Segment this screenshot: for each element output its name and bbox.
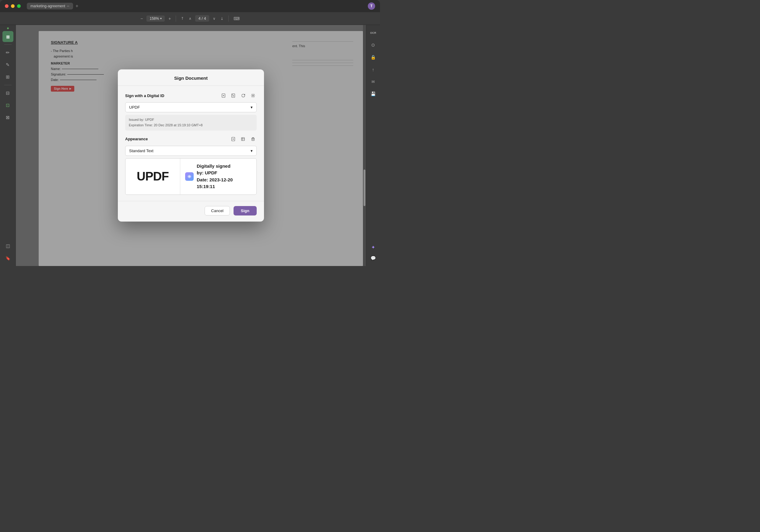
digital-id-info-box: Issued by: UPDF Expiration Time: 20 Dec …	[125, 115, 257, 130]
sidebar-item-layers[interactable]: ◫	[2, 241, 13, 251]
total-pages: 4	[204, 16, 206, 21]
right-sidebar-email[interactable]: ✉	[368, 76, 379, 87]
new-tab-button[interactable]: +	[75, 3, 78, 9]
sidebar-divider-1	[4, 44, 12, 45]
document-tab[interactable]: marketing-agreement ✏	[27, 3, 73, 10]
digital-id-dropdown[interactable]: UPDF ▾	[125, 102, 257, 112]
sidebar-item-forms[interactable]: ⊡	[2, 100, 13, 111]
appearance-section: Appearance	[125, 135, 257, 195]
svg-rect-14	[252, 138, 254, 141]
first-page-button[interactable]: ⤒	[180, 15, 185, 22]
sidebar-item-thumbnails[interactable]: ▦	[2, 31, 13, 42]
sidebar-item-fill[interactable]: ⊟	[2, 88, 13, 99]
tab-edit-icon: ✏	[67, 5, 70, 8]
left-sidebar: ▦ ✏ ✎ ⊞ ⊟ ⊡ ⊠ ◫ 🔖	[0, 25, 16, 266]
minimize-button[interactable]	[11, 4, 15, 8]
sidebar-bottom: ◫ 🔖	[2, 241, 13, 264]
digital-id-title: Sign with a Digital ID	[125, 93, 165, 98]
sidebar-divider-2	[4, 85, 12, 85]
tab-area: marketing-agreement ✏ +	[27, 3, 78, 10]
toolbar-divider-1	[176, 16, 176, 22]
sidebar-item-protect[interactable]: ⊠	[2, 112, 13, 123]
digital-id-add-button[interactable]	[220, 92, 227, 99]
comment-button[interactable]: ⌨	[232, 15, 241, 22]
main-layout: ▦ ✏ ✎ ⊞ ⊟ ⊡ ⊠ ◫ 🔖 SIGNATURE A - The Part…	[0, 25, 380, 266]
fullscreen-button[interactable]	[17, 4, 21, 8]
modal-overlay: Sign Document Sign with a Digital ID	[16, 25, 366, 266]
expiration-time: Expiration Time: 20 Dec 2028 at 15:19:10…	[129, 123, 253, 128]
current-page: 4	[198, 16, 200, 21]
prev-page-button[interactable]: ∧	[188, 15, 193, 22]
appearance-preview: UPDF Digitally signedby: UPDFDate: 2023-…	[125, 158, 257, 195]
sign-document-modal: Sign Document Sign with a Digital ID	[118, 69, 264, 221]
toolbar: − 158% ▾ + ⤒ ∧ 4 / 4 ∨ ⤓ ⌨	[0, 12, 380, 25]
toolbar-divider-2	[228, 16, 229, 22]
dropdown-arrow: ▾	[251, 105, 253, 110]
issued-by: Issued by: UPDF	[129, 117, 253, 123]
zoom-out-button[interactable]: −	[139, 15, 144, 22]
titlebar: marketing-agreement ✏ + T	[0, 0, 380, 12]
digital-id-icons	[220, 92, 257, 99]
digital-id-import-button[interactable]	[230, 92, 237, 99]
appearance-value: Standard Text	[129, 149, 154, 153]
svg-point-19	[188, 176, 190, 177]
avatar: T	[368, 2, 375, 10]
modal-title: Sign Document	[174, 75, 208, 81]
preview-right-panel: Digitally signedby: UPDFDate: 2023-12-20…	[180, 159, 257, 194]
cancel-button[interactable]: Cancel	[205, 206, 230, 215]
right-sidebar-save[interactable]: 💾	[368, 88, 379, 99]
close-button[interactable]	[5, 4, 9, 8]
next-page-button[interactable]: ∨	[212, 15, 217, 22]
svg-point-7	[253, 95, 254, 96]
modal-body: Sign with a Digital ID	[118, 86, 264, 200]
last-page-button[interactable]: ⤓	[219, 15, 225, 22]
zoom-level-display[interactable]: 158% ▾	[146, 16, 165, 22]
right-sidebar-chat[interactable]: 💬	[368, 253, 379, 264]
digital-id-refresh-button[interactable]	[240, 92, 247, 99]
appearance-title: Appearance	[125, 137, 148, 141]
appearance-arrow: ▾	[251, 149, 253, 153]
modal-header: Sign Document	[118, 69, 264, 86]
preview-signature-text: UPDF	[125, 158, 180, 195]
preview-updf-large: UPDF	[137, 169, 169, 183]
sidebar-item-edit[interactable]: ✎	[2, 59, 13, 70]
digital-id-settings-button[interactable]	[249, 92, 257, 99]
appearance-dropdown[interactable]: Standard Text ▾	[125, 146, 257, 156]
right-sidebar-extract[interactable]: ⊙	[368, 40, 379, 51]
appearance-section-header: Appearance	[125, 135, 257, 143]
modal-footer: Cancel Sign	[118, 201, 264, 222]
sign-button[interactable]: Sign	[234, 206, 257, 215]
digital-id-section-header: Sign with a Digital ID	[125, 92, 257, 99]
digital-id-value: UPDF	[129, 105, 140, 110]
document-area: SIGNATURE A - The Parties h agreement is…	[16, 25, 366, 266]
right-sidebar-ai[interactable]: ✦	[368, 242, 379, 253]
right-sidebar: OCR ⊙ 🔒 ↑ ✉ 💾 ✦ 💬	[366, 25, 380, 266]
svg-rect-11	[241, 138, 245, 141]
right-sidebar-export[interactable]: ↑	[368, 64, 379, 75]
preview-signed-text: Digitally signedby: UPDFDate: 2023-12-20…	[197, 163, 233, 190]
zoom-in-button[interactable]: +	[167, 15, 172, 22]
sidebar-item-bookmark[interactable]: 🔖	[2, 253, 13, 264]
sidebar-item-annotation[interactable]: ✏	[2, 47, 13, 58]
sidebar-item-organize[interactable]: ⊞	[2, 71, 13, 82]
preview-logo	[185, 172, 194, 181]
page-display: 4 / 4	[195, 15, 209, 22]
zoom-dropdown-arrow: ▾	[160, 17, 162, 20]
right-sidebar-ocr[interactable]: OCR	[368, 27, 379, 38]
appearance-icons	[230, 135, 257, 143]
appearance-delete-button[interactable]	[249, 135, 257, 143]
tab-label: marketing-agreement	[30, 4, 65, 8]
traffic-lights	[5, 4, 21, 8]
zoom-value: 158%	[150, 17, 159, 21]
right-sidebar-lock[interactable]: 🔒	[368, 52, 379, 63]
sidebar-indicator	[7, 27, 9, 29]
appearance-edit-button[interactable]	[240, 135, 247, 143]
appearance-add-button[interactable]	[230, 135, 237, 143]
